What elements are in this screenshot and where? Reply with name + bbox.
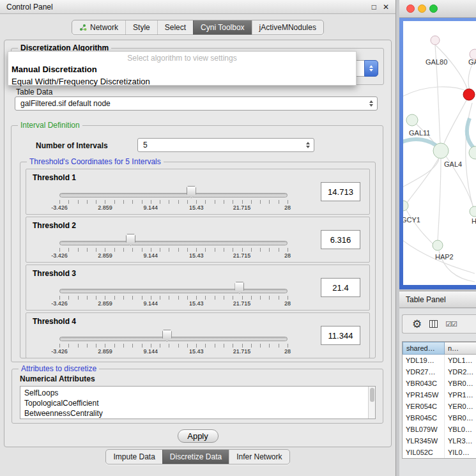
threshold-3-slider[interactable] (59, 289, 288, 293)
edge (443, 95, 469, 145)
cell[interactable]: YBL079W (403, 424, 445, 435)
cell[interactable]: YBR0… (445, 378, 476, 389)
scale-label: 15.43 (189, 204, 204, 211)
scale-label: 21.715 (233, 300, 251, 307)
network-graph[interactable]: GAL80 GA GAL11 GAL4 GCY1 HAP2 H (403, 21, 476, 285)
column-header-shared-name[interactable]: shared… (403, 342, 445, 355)
network-canvas[interactable]: GAL80 GA GAL11 GAL4 GCY1 HAP2 H (403, 21, 476, 285)
cell[interactable]: YLR345W (403, 435, 445, 447)
edge (435, 45, 468, 90)
tab-cyni-toolbox-label: Cyni Toolbox (201, 23, 244, 32)
threshold-1-slider[interactable] (59, 193, 288, 197)
tab-style[interactable]: Style (125, 20, 157, 35)
minimize-traffic-light[interactable] (418, 4, 426, 13)
cell[interactable]: YPR145W (403, 389, 445, 401)
cell[interactable]: YBR045C (403, 412, 445, 424)
node[interactable] (470, 206, 476, 217)
threshold-4-slider-thumb[interactable] (162, 330, 172, 342)
node-gal4[interactable] (433, 143, 449, 158)
scale-label: 2.859 (98, 204, 112, 211)
table-row[interactable]: YBR043C YBR0… (403, 378, 476, 389)
tab-cyni-toolbox[interactable]: Cyni Toolbox (193, 20, 251, 35)
cell[interactable]: YBL0… (445, 424, 476, 435)
list-item[interactable]: BetweennessCentrality (24, 408, 371, 418)
tab-impute-data[interactable]: Impute Data (106, 450, 162, 464)
list-scrollbar[interactable] (368, 387, 375, 418)
tab-select[interactable]: Select (157, 20, 193, 35)
tab-infer-network[interactable]: Infer Network (229, 450, 289, 464)
table-row[interactable]: YPR145W YPR1… (403, 389, 476, 401)
scale-label: -3.426 (51, 252, 68, 259)
close-icon[interactable]: ✕ (383, 3, 389, 12)
threshold-2-value-field[interactable]: 6.316 (321, 230, 360, 249)
gear-icon[interactable]: ⚙ (412, 319, 422, 330)
edge (438, 158, 441, 241)
node-hap2[interactable] (433, 240, 443, 250)
zoom-traffic-light[interactable] (429, 4, 438, 13)
control-panel-titlebar: Control Panel □ ✕ (0, 0, 395, 14)
column-header-name[interactable]: n… (445, 342, 476, 355)
slider-scale-labels: -3.426 2.859 9.144 15.43 21.715 28 (59, 204, 288, 211)
edge (405, 208, 435, 246)
algorithm-option-equal-width[interactable]: Equal Width/Frequency Discretization (10, 76, 356, 87)
tab-network[interactable]: Network (72, 20, 125, 35)
table-row[interactable]: YER054C YER0… (403, 401, 476, 412)
scale-label: 28 (284, 300, 291, 307)
algorithm-option-manual[interactable]: Manual Discretization (10, 64, 356, 75)
red-node[interactable] (463, 89, 475, 100)
cell[interactable]: YPR1… (445, 389, 476, 401)
table-row[interactable]: YBL079W YBL0… (403, 424, 476, 435)
float-window-icon[interactable]: □ (372, 3, 376, 12)
table-data-combo-value: galFiltered.sif default node (20, 99, 111, 108)
close-traffic-light[interactable] (406, 4, 415, 13)
threshold-2-slider[interactable] (59, 241, 288, 245)
threshold-3-slider-thumb[interactable] (234, 282, 244, 294)
cell[interactable]: YBR043C (403, 378, 445, 389)
table-row[interactable]: YIL052C YIL0… (403, 447, 476, 458)
table-row[interactable]: YDR27… YDR2… (403, 366, 476, 378)
thick-edge (403, 139, 439, 148)
threshold-4-slider[interactable] (59, 337, 288, 341)
cell[interactable]: YIL0… (445, 447, 476, 458)
cell[interactable]: YDR2… (445, 366, 476, 378)
threshold-1-value-field[interactable]: 14.713 (321, 182, 360, 201)
top-tab-bar: Network Style Select Cyni Toolbox jActiv… (0, 20, 395, 35)
cell[interactable]: YIL052C (403, 447, 445, 458)
table-data-combo[interactable]: galFiltered.sif default node (15, 96, 378, 111)
threshold-3-value-field[interactable]: 21.4 (321, 278, 360, 297)
node-label: HAP2 (435, 253, 454, 261)
threshold-2-slider-thumb[interactable] (126, 234, 135, 246)
cell[interactable]: YDL19… (403, 355, 445, 366)
number-of-intervals-combo[interactable]: 5 (137, 138, 314, 152)
threshold-4-value-field[interactable]: 11.344 (321, 326, 360, 345)
node[interactable] (469, 146, 476, 159)
list-item[interactable]: SelfLoops (24, 388, 371, 398)
list-item[interactable]: TopologicalCoefficient (24, 398, 371, 408)
numerical-attributes-list[interactable]: SelfLoops TopologicalCoefficient Between… (20, 386, 376, 419)
list-scrollbar-thumb[interactable] (370, 388, 374, 402)
cell[interactable]: YDL1… (445, 355, 476, 366)
tab-jactivemnodules-label: jActiveMNodules (259, 23, 316, 32)
table-row[interactable]: YDL19… YDL1… (403, 355, 476, 366)
cell[interactable]: YBR0… (445, 412, 476, 424)
node-gal11[interactable] (406, 114, 418, 126)
table-row[interactable]: YBR045C YBR0… (403, 412, 476, 424)
control-panel-window: Control Panel □ ✕ Net (0, 0, 396, 476)
scale-label: 28 (284, 252, 291, 259)
scale-label: 15.43 (189, 252, 204, 259)
columns-icon[interactable] (429, 320, 438, 328)
select-all-checkboxes-icon[interactable]: ☑☑ (445, 320, 457, 328)
scale-label: -3.426 (51, 300, 68, 307)
node[interactable] (431, 36, 440, 45)
threshold-1-slider-thumb[interactable] (187, 186, 196, 198)
tab-style-label: Style (133, 23, 150, 32)
tab-jactivemnodules[interactable]: jActiveMNodules (252, 20, 323, 35)
tab-discretize-data[interactable]: Discretize Data (162, 450, 229, 464)
cell[interactable]: YDR27… (403, 366, 445, 378)
table-row[interactable]: YLR345W YLR3… (403, 435, 476, 447)
cell[interactable]: YER054C (403, 401, 445, 412)
cell[interactable]: YLR3… (445, 435, 476, 447)
cell[interactable]: YER0… (445, 401, 476, 412)
apply-button[interactable]: Apply (178, 429, 219, 443)
scale-label: 15.43 (189, 348, 204, 355)
